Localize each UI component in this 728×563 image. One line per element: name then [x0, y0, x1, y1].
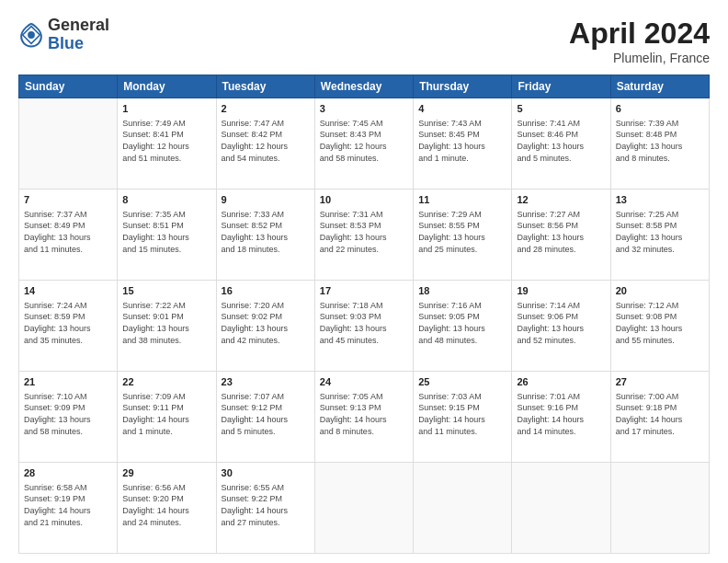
table-row: 25Sunrise: 7:03 AM Sunset: 9:15 PM Dayli…	[414, 372, 512, 463]
week-row-4: 21Sunrise: 7:10 AM Sunset: 9:09 PM Dayli…	[19, 372, 710, 463]
day-info: Sunrise: 6:56 AM Sunset: 9:20 PM Dayligh…	[122, 482, 210, 528]
day-info: Sunrise: 7:25 AM Sunset: 8:58 PM Dayligh…	[616, 209, 704, 255]
table-row: 24Sunrise: 7:05 AM Sunset: 9:13 PM Dayli…	[314, 372, 413, 463]
table-row: 4Sunrise: 7:43 AM Sunset: 8:45 PM Daylig…	[414, 98, 512, 190]
day-number: 2	[222, 102, 310, 116]
day-number: 6	[616, 102, 704, 116]
table-row: 15Sunrise: 7:22 AM Sunset: 9:01 PM Dayli…	[118, 281, 216, 372]
day-number: 16	[222, 284, 310, 298]
logo-icon	[18, 22, 44, 48]
day-number: 28	[24, 466, 112, 480]
table-row: 14Sunrise: 7:24 AM Sunset: 8:59 PM Dayli…	[19, 281, 118, 372]
day-number: 3	[320, 102, 408, 116]
table-row: 20Sunrise: 7:12 AM Sunset: 9:08 PM Dayli…	[610, 281, 709, 372]
table-row: 30Sunrise: 6:55 AM Sunset: 9:22 PM Dayli…	[216, 463, 314, 554]
day-number: 29	[122, 466, 210, 480]
day-info: Sunrise: 7:07 AM Sunset: 9:12 PM Dayligh…	[222, 391, 310, 437]
day-number: 8	[122, 193, 210, 207]
day-info: Sunrise: 7:10 AM Sunset: 9:09 PM Dayligh…	[24, 391, 112, 437]
day-number: 17	[320, 284, 408, 298]
day-number: 24	[320, 375, 408, 389]
table-row: 16Sunrise: 7:20 AM Sunset: 9:02 PM Dayli…	[216, 281, 314, 372]
day-number: 11	[418, 193, 506, 207]
day-number: 7	[24, 193, 112, 207]
day-info: Sunrise: 7:00 AM Sunset: 9:18 PM Dayligh…	[616, 391, 704, 437]
day-info: Sunrise: 7:14 AM Sunset: 9:06 PM Dayligh…	[517, 300, 605, 346]
day-info: Sunrise: 7:45 AM Sunset: 8:43 PM Dayligh…	[320, 118, 408, 164]
day-number: 10	[320, 193, 408, 207]
day-number: 27	[616, 375, 704, 389]
day-number: 25	[418, 375, 506, 389]
week-row-1: 1Sunrise: 7:49 AM Sunset: 8:41 PM Daylig…	[19, 98, 710, 190]
day-info: Sunrise: 7:49 AM Sunset: 8:41 PM Dayligh…	[122, 118, 210, 164]
logo-blue-text: Blue	[48, 35, 109, 53]
table-row: 29Sunrise: 6:56 AM Sunset: 9:20 PM Dayli…	[118, 463, 216, 554]
day-number: 14	[24, 284, 112, 298]
table-row: 22Sunrise: 7:09 AM Sunset: 9:11 PM Dayli…	[118, 372, 216, 463]
day-number: 21	[24, 375, 112, 389]
day-info: Sunrise: 7:09 AM Sunset: 9:11 PM Dayligh…	[122, 391, 210, 437]
table-row	[414, 463, 512, 554]
table-row: 2Sunrise: 7:47 AM Sunset: 8:42 PM Daylig…	[216, 98, 314, 190]
logo-general-text: General	[48, 17, 109, 35]
day-number: 1	[122, 102, 210, 116]
table-row: 17Sunrise: 7:18 AM Sunset: 9:03 PM Dayli…	[314, 281, 413, 372]
table-row: 23Sunrise: 7:07 AM Sunset: 9:12 PM Dayli…	[216, 372, 314, 463]
table-row	[19, 98, 118, 190]
day-info: Sunrise: 7:29 AM Sunset: 8:55 PM Dayligh…	[418, 209, 506, 255]
day-info: Sunrise: 7:33 AM Sunset: 8:52 PM Dayligh…	[222, 209, 310, 255]
day-number: 4	[418, 102, 506, 116]
table-row: 10Sunrise: 7:31 AM Sunset: 8:53 PM Dayli…	[314, 190, 413, 281]
col-wednesday: Wednesday	[314, 75, 413, 98]
day-info: Sunrise: 7:16 AM Sunset: 9:05 PM Dayligh…	[418, 300, 506, 346]
day-info: Sunrise: 6:55 AM Sunset: 9:22 PM Dayligh…	[222, 482, 310, 528]
day-number: 30	[222, 466, 310, 480]
table-row: 11Sunrise: 7:29 AM Sunset: 8:55 PM Dayli…	[414, 190, 512, 281]
day-info: Sunrise: 7:35 AM Sunset: 8:51 PM Dayligh…	[122, 209, 210, 255]
table-row: 12Sunrise: 7:27 AM Sunset: 8:56 PM Dayli…	[512, 190, 610, 281]
table-row: 5Sunrise: 7:41 AM Sunset: 8:46 PM Daylig…	[512, 98, 610, 190]
logo-text: General Blue	[48, 17, 109, 53]
day-info: Sunrise: 7:24 AM Sunset: 8:59 PM Dayligh…	[24, 300, 112, 346]
day-number: 5	[517, 102, 605, 116]
header: General Blue April 2024 Plumelin, France	[18, 17, 710, 65]
calendar-header-row: Sunday Monday Tuesday Wednesday Thursday…	[19, 75, 710, 98]
day-info: Sunrise: 7:41 AM Sunset: 8:46 PM Dayligh…	[517, 118, 605, 164]
day-info: Sunrise: 7:31 AM Sunset: 8:53 PM Dayligh…	[320, 209, 408, 255]
calendar-title: April 2024	[569, 17, 710, 51]
day-number: 22	[122, 375, 210, 389]
day-info: Sunrise: 7:05 AM Sunset: 9:13 PM Dayligh…	[320, 391, 408, 437]
table-row: 7Sunrise: 7:37 AM Sunset: 8:49 PM Daylig…	[19, 190, 118, 281]
col-friday: Friday	[512, 75, 610, 98]
day-info: Sunrise: 7:37 AM Sunset: 8:49 PM Dayligh…	[24, 209, 112, 255]
table-row	[314, 463, 413, 554]
page: General Blue April 2024 Plumelin, France…	[0, 0, 728, 563]
day-number: 18	[418, 284, 506, 298]
col-sunday: Sunday	[19, 75, 118, 98]
table-row: 26Sunrise: 7:01 AM Sunset: 9:16 PM Dayli…	[512, 372, 610, 463]
day-info: Sunrise: 7:18 AM Sunset: 9:03 PM Dayligh…	[320, 300, 408, 346]
day-info: Sunrise: 7:22 AM Sunset: 9:01 PM Dayligh…	[122, 300, 210, 346]
table-row	[512, 463, 610, 554]
table-row	[610, 463, 709, 554]
logo: General Blue	[18, 17, 109, 53]
day-number: 15	[122, 284, 210, 298]
table-row: 28Sunrise: 6:58 AM Sunset: 9:19 PM Dayli…	[19, 463, 118, 554]
table-row: 27Sunrise: 7:00 AM Sunset: 9:18 PM Dayli…	[610, 372, 709, 463]
table-row: 9Sunrise: 7:33 AM Sunset: 8:52 PM Daylig…	[216, 190, 314, 281]
day-number: 19	[517, 284, 605, 298]
col-saturday: Saturday	[610, 75, 709, 98]
day-number: 9	[222, 193, 310, 207]
table-row: 21Sunrise: 7:10 AM Sunset: 9:09 PM Dayli…	[19, 372, 118, 463]
calendar-location: Plumelin, France	[569, 51, 710, 65]
col-tuesday: Tuesday	[216, 75, 314, 98]
day-number: 23	[222, 375, 310, 389]
week-row-2: 7Sunrise: 7:37 AM Sunset: 8:49 PM Daylig…	[19, 190, 710, 281]
svg-point-0	[28, 31, 35, 39]
day-info: Sunrise: 6:58 AM Sunset: 9:19 PM Dayligh…	[24, 482, 112, 528]
day-info: Sunrise: 7:03 AM Sunset: 9:15 PM Dayligh…	[418, 391, 506, 437]
col-thursday: Thursday	[414, 75, 512, 98]
day-number: 26	[517, 375, 605, 389]
table-row: 13Sunrise: 7:25 AM Sunset: 8:58 PM Dayli…	[610, 190, 709, 281]
day-number: 13	[616, 193, 704, 207]
